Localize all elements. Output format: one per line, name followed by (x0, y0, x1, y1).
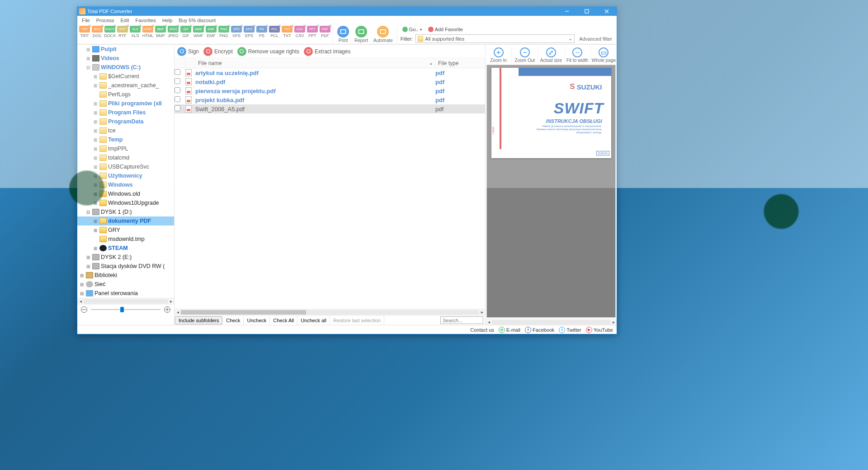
tree-node[interactable]: ⊞GRY (77, 226, 174, 235)
tree-node[interactable]: ⊞Panel sterowania (77, 289, 174, 298)
file-checkbox[interactable] (175, 69, 180, 75)
whole-page-button[interactable]: ▭Whole page (591, 47, 617, 63)
format-wmf[interactable]: WMFWMF (192, 26, 205, 39)
expand-icon[interactable]: ⊞ (93, 110, 98, 115)
expand-icon[interactable]: ⊞ (93, 146, 98, 151)
format-doc[interactable]: DOCDOC (91, 26, 104, 39)
file-checkbox[interactable] (175, 78, 180, 84)
tree-node[interactable]: ⊞Windows (77, 180, 174, 189)
menu-favorites[interactable]: Favorites (132, 17, 158, 24)
expand-icon[interactable]: ⊞ (79, 282, 85, 287)
tree-node[interactable]: ⊞ProgramData (77, 117, 174, 126)
expand-icon[interactable]: ⊞ (93, 137, 98, 142)
file-row[interactable]: Swift_2006_A5.pdfpdf (175, 104, 485, 113)
expand-icon[interactable]: ⊞ (79, 291, 85, 296)
expand-icon[interactable]: ⊞ (85, 255, 91, 260)
check-all-button[interactable]: Check All (270, 315, 297, 325)
title-bar[interactable]: Total PDF Converter (77, 7, 617, 16)
go-button[interactable]: Go.. ▾ (401, 26, 424, 33)
e-mail-link[interactable]: @E-mail (499, 327, 520, 333)
tree-node[interactable]: ⊞_acestream_cache_ (77, 81, 174, 90)
contact-us-link[interactable]: Contact us (470, 327, 494, 333)
tree-node[interactable]: ⊟DYSK 1 (D:) (77, 207, 174, 216)
encrypt-button[interactable]: Encrypt (203, 47, 233, 56)
format-ppt[interactable]: PPTPPT (306, 26, 319, 39)
tree-node[interactable]: ⊞Windows.old (77, 189, 174, 198)
file-row[interactable]: notatki.pdfpdf (175, 77, 485, 86)
file-checkbox[interactable] (175, 96, 180, 102)
filter-combobox[interactable]: All supported files ⌄ (415, 34, 575, 43)
fit-to-width-button[interactable]: ↔Fit to width (565, 47, 591, 63)
expand-icon[interactable]: ⊞ (93, 219, 98, 224)
expand-icon[interactable]: ⊞ (93, 74, 98, 79)
close-button[interactable] (597, 7, 617, 16)
tree-node[interactable]: ⊞Temp (77, 135, 174, 144)
print-button[interactable]: Print (335, 26, 352, 44)
file-row[interactable]: artykuł na uczelnię.pdfpdf (175, 68, 485, 77)
expand-icon[interactable]: ⊟ (85, 210, 91, 215)
expand-icon[interactable]: ⊞ (93, 101, 98, 106)
expand-icon[interactable]: ⊟ (85, 65, 91, 70)
tree-node[interactable]: ⊞tce (77, 126, 174, 135)
preview-viewport[interactable]: SSUZUKI SWIFT INSTRUKCJA OBSŁUGI Należy … (486, 65, 616, 318)
tree-node[interactable]: ⊞totalcmd (77, 153, 174, 162)
format-docx[interactable]: DOCXDOCX (104, 26, 116, 39)
file-row[interactable]: projekt kubka.pdfpdf (175, 95, 485, 104)
format-eps[interactable]: EPSEPS (243, 26, 255, 39)
tree-node[interactable]: ⊞Windows10Upgrade (77, 198, 174, 207)
minimize-button[interactable] (557, 7, 577, 16)
facebook-link[interactable]: fFacebook (525, 327, 554, 333)
automate-button[interactable]: Automate (371, 26, 396, 44)
expand-icon[interactable]: ⊞ (93, 83, 98, 88)
format-png[interactable]: PNGPNG (217, 26, 230, 39)
zoom-out-button[interactable]: −Zoom Out (512, 47, 538, 63)
file-list-h-scrollbar[interactable]: ◂▸ (175, 309, 485, 315)
tree-node[interactable]: PerfLogs (77, 90, 174, 99)
tree-node[interactable]: msdownld.tmp (77, 235, 174, 244)
maximize-button[interactable] (577, 7, 597, 16)
advanced-filter-link[interactable]: Advanced filter (577, 36, 614, 42)
tree-node[interactable]: ⊞Biblioteki (77, 271, 174, 280)
expand-icon[interactable]: ⊞ (79, 273, 85, 278)
expand-icon[interactable]: ⊞ (85, 47, 91, 52)
tree-node[interactable]: ⊟WINDOWS (C:) (77, 63, 174, 72)
tree-node[interactable]: ⊞STEAM (77, 244, 174, 253)
zoom-in-button[interactable]: +Zoom In (486, 47, 512, 63)
file-checkbox[interactable] (175, 87, 180, 93)
tree-node[interactable]: ⊞Videos (77, 54, 174, 63)
expand-icon[interactable]: ⊞ (93, 155, 98, 160)
actual-size-button[interactable]: ⤢Actual size (538, 47, 564, 63)
file-checkbox[interactable] (175, 105, 180, 111)
tree-node[interactable]: ⊞Stacja dysków DVD RW ( (77, 262, 174, 271)
tree-node[interactable]: ⊞DYSK 2 (E:) (77, 253, 174, 262)
check-button[interactable]: Check (223, 315, 244, 325)
expand-icon[interactable]: ⊞ (93, 228, 98, 233)
format-xls[interactable]: XLSXLS (129, 26, 142, 39)
tree-node[interactable]: ⊞Pliki programów (x8 (77, 99, 174, 108)
tree-node[interactable]: ⊞Użytkownicy (77, 171, 174, 180)
format-html[interactable]: HTMLHTML (142, 26, 154, 39)
format-bmp[interactable]: BMPBMP (154, 26, 167, 39)
format-ps[interactable]: PSPS (255, 26, 268, 39)
folder-tree[interactable]: ⊞Pulpit⊞Videos⊟WINDOWS (C:)⊞$GetCurrent⊞… (77, 45, 175, 298)
file-list-header[interactable]: File name▴ File type (175, 58, 485, 68)
tree-node[interactable]: ⊞Pulpit (77, 45, 174, 54)
expand-icon[interactable]: ⊞ (93, 201, 98, 206)
menu-file[interactable]: File (79, 17, 93, 24)
format-tiff[interactable]: TIFFTIFF (78, 26, 91, 39)
menu-process[interactable]: Process (94, 17, 117, 24)
tree-node[interactable]: ⊞$GetCurrent (77, 72, 174, 81)
zoom-slider-track[interactable] (91, 309, 160, 310)
expand-icon[interactable]: ⊞ (93, 119, 98, 124)
add-favorite-button[interactable]: Add Favorite (426, 26, 465, 33)
uncheck-button[interactable]: Uncheck (244, 315, 270, 325)
format-pdf[interactable]: PDFPDF (319, 26, 331, 39)
column-name[interactable]: File name (198, 60, 222, 66)
tree-node[interactable]: ⊞USBCaptureSvc (77, 162, 174, 171)
tree-h-scrollbar[interactable]: ◂▸ (77, 298, 174, 304)
expand-icon[interactable]: ⊞ (93, 183, 98, 188)
preview-h-scrollbar[interactable]: ◂▸ (486, 319, 617, 325)
expand-icon[interactable]: ⊞ (93, 128, 98, 133)
expand-icon[interactable]: ⊞ (85, 56, 91, 61)
twitter-link[interactable]: tTwitter (559, 327, 581, 333)
